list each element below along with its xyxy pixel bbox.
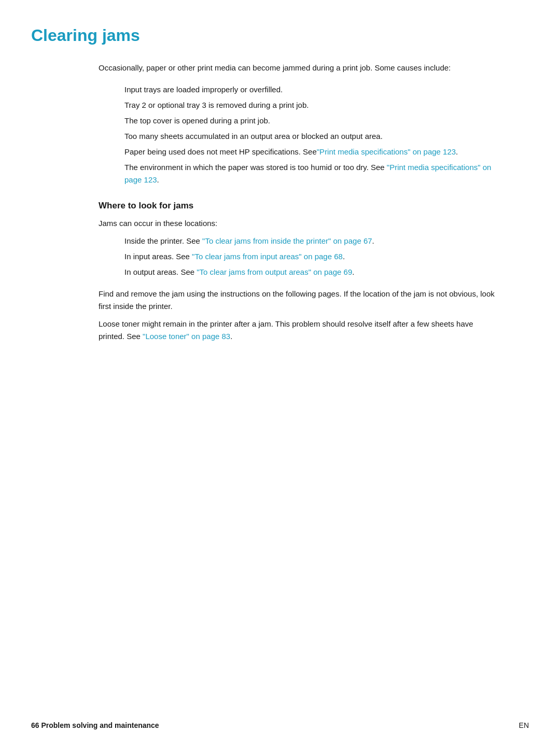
location-bullet-input: In input areas. See "To clear jams from … [124, 250, 498, 263]
bullet-item: Input trays are loaded improperly or ove… [124, 83, 498, 96]
page-footer: 66 Problem solving and maintenance EN [0, 721, 560, 729]
bullet-item: Too many sheets accumulated in an output… [124, 130, 498, 143]
subsection-title: Where to look for jams [99, 201, 498, 211]
bullet-item: Tray 2 or optional tray 3 is removed dur… [124, 99, 498, 111]
loose-toner-paragraph: Loose toner might remain in the printer … [99, 318, 498, 343]
footer-left: 66 Problem solving and maintenance [31, 721, 159, 729]
link-print-media-specs-2[interactable]: "Print media specifications" on page 123 [124, 163, 491, 184]
bullet-list: Input trays are loaded improperly or ove… [124, 83, 498, 186]
footer-right: EN [519, 721, 529, 729]
location-bullet-list: Inside the printer. See "To clear jams f… [124, 235, 498, 278]
link-print-media-specs-1[interactable]: "Print media specifications" on page 123 [317, 147, 456, 156]
main-content: Occasionally, paper or other print media… [99, 62, 498, 343]
location-bullet-output: In output areas. See "To clear jams from… [124, 266, 498, 278]
find-remove-paragraph: Find and remove the jam using the instru… [99, 288, 498, 313]
page-title: Clearing jams [31, 26, 529, 45]
bullet-item: The top cover is opened during a print j… [124, 115, 498, 127]
bullet-item-print-media-1: Paper being used does not meet HP specif… [124, 146, 498, 158]
intro-paragraph: Occasionally, paper or other print media… [99, 62, 498, 74]
subsection-intro: Jams can occur in these locations: [99, 217, 498, 230]
link-clear-output[interactable]: "To clear jams from output areas" on pag… [197, 268, 352, 276]
bullet-item-print-media-2: The environment in which the paper was s… [124, 161, 498, 186]
location-bullet-inside: Inside the printer. See "To clear jams f… [124, 235, 498, 247]
link-clear-inside[interactable]: "To clear jams from inside the printer" … [202, 236, 372, 245]
page-container: Clearing jams Occasionally, paper or oth… [0, 0, 560, 389]
link-clear-input[interactable]: "To clear jams from input areas" on page… [192, 252, 343, 261]
link-loose-toner[interactable]: "Loose toner" on page 83 [143, 332, 230, 341]
